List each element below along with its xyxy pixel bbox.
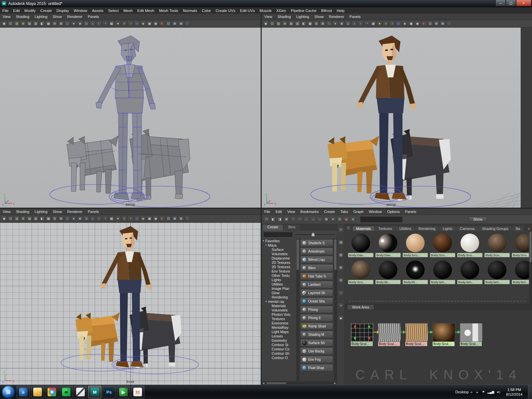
create-node-button[interactable]: Ocean Sha [300,298,333,305]
viewport-canvas-front[interactable]: y x z front [0,223,261,385]
scene-cube-b-icon[interactable]: ⊞ [172,21,178,27]
maya-icon[interactable]: M [88,386,101,398]
hypershade-menu-item[interactable]: Graph [351,210,366,214]
viewport-canvas-persp-wire[interactable]: y x z persp [0,28,261,208]
panel-menu-item[interactable]: Renderer [326,15,347,19]
menu-item[interactable]: Bifrost [319,9,334,13]
safe-action-icon[interactable]: ⊟ [52,21,58,27]
category-item[interactable]: Volumetric [262,252,296,256]
scroll-right-icon[interactable]: ► [333,382,337,384]
textured-display-icon[interactable]: ◙ [77,216,83,222]
scene-cube-c-icon[interactable]: ⊠ [178,21,184,27]
menu-item[interactable]: Normals [181,9,200,13]
category-item[interactable]: Light Maps [262,329,296,334]
menu-item[interactable]: Mesh Tools [157,9,181,13]
panel-menu-item[interactable]: Show [312,15,327,19]
layout-three-pane-icon[interactable]: ⊞ [284,217,289,222]
field-chart-icon[interactable]: ▦ [46,21,51,27]
menu-item[interactable]: Muscle [257,9,274,13]
category-item[interactable]: Image Plan [262,286,296,291]
category-item[interactable]: Materials [262,303,296,308]
show-desktop-button[interactable] [528,385,532,399]
create-node-button[interactable]: Bifrost Liqu [300,256,333,263]
panel-menu-item[interactable]: Panels [347,15,363,19]
category-item[interactable]: ▼ Favorites [262,239,296,243]
show-icons-view-icon[interactable]: ⊞ [338,265,343,271]
panel-menu-item[interactable]: Lighting [294,15,312,19]
scene-cube-a-icon[interactable]: ⊡ [166,216,171,222]
panel-menu-item[interactable]: Shading [275,15,294,19]
untextured-material-icon[interactable]: ○ [121,216,127,222]
network-icon[interactable]: ▂▄▆ [487,390,494,394]
two-sided-lighting-icon[interactable]: ◎ [396,21,401,27]
menu-item[interactable]: Edit Mesh [135,9,157,13]
input-output-connections-icon[interactable]: ↔ [310,217,316,222]
resolution-gate-icon[interactable]: ▥ [33,21,39,27]
create-node-button[interactable]: Blinn [300,264,333,272]
paint-effects-icon[interactable]: ► [159,21,165,27]
create-buttons-scrollbar[interactable] [334,239,337,381]
swatch-size-slider[interactable] [295,234,335,235]
shadows-display-icon[interactable]: ◒ [90,216,95,222]
panel-menu-item[interactable]: Shading [13,15,32,19]
pin-tab-icon[interactable]: ▪ [346,226,351,230]
menu-item[interactable]: Edit UVs [238,9,257,13]
category-item[interactable]: Contour Co [262,347,296,351]
output-connections-icon[interactable]: → [317,217,323,222]
photoshop-icon[interactable]: Ps [102,386,116,398]
show-button[interactable]: Show [469,217,487,222]
lighting-display-icon[interactable]: ◘ [345,21,351,27]
category-item[interactable]: Contour Sh [262,351,296,355]
menu-item[interactable]: Create [38,9,54,13]
shadows-display-icon[interactable]: ◒ [90,21,95,27]
category-item[interactable]: MentalRay [262,325,296,329]
share-view-icon[interactable]: ∴ [446,21,452,27]
spotify-icon[interactable]: ≋ [60,386,73,398]
panel-menu-item[interactable]: View [0,210,13,214]
material-swatch[interactable]: Body:Scu... [403,234,428,257]
expand-arrow-icon[interactable]: ▼ [262,240,265,242]
paint-effects-icon[interactable]: ► [159,216,165,222]
scene-cube-c-icon[interactable]: ⊠ [440,21,446,27]
material-tab[interactable]: Textures [375,226,396,231]
shader-node[interactable]: Body:Scul... [433,323,455,346]
material-swatch[interactable]: Body:Scu... [430,234,455,257]
create-node-button[interactable]: Surface Sh [300,339,333,346]
input-connections-icon[interactable]: ← [304,217,309,222]
motion-blur-icon[interactable]: ◔ [102,21,108,27]
category-scrollbar[interactable] [296,239,299,381]
category-item[interactable]: Lenses [262,334,296,338]
category-item[interactable]: Glow [262,291,296,295]
tab-work-area[interactable]: Work Area [347,305,374,309]
category-item[interactable]: Geometry [262,338,296,342]
wireframe-display-icon[interactable]: ◇ [65,216,70,222]
hypershade-menu-item[interactable]: Create [321,210,337,214]
motion-blur-icon[interactable]: ◔ [364,21,370,27]
category-item[interactable]: Utilities [262,282,296,286]
category-item[interactable]: Other Textu [262,273,296,278]
screen-ao-icon[interactable]: ◐ [96,216,102,222]
chrome-icon[interactable] [45,386,59,398]
material-tab[interactable]: Ba [512,226,523,231]
category-item[interactable]: Environme [262,321,296,325]
create-node-button[interactable]: Env Fog [300,356,333,363]
screen-ao-icon[interactable]: ◐ [358,21,363,27]
wireframe-display-icon[interactable]: ◇ [326,21,332,27]
panel-menu-item[interactable]: Panels [85,210,102,214]
category-item[interactable]: 2D Textures [262,260,296,265]
hidden-icons-chevron[interactable]: ▴ [475,390,479,394]
lock-camera-icon[interactable]: ⊡ [8,216,13,222]
menu-item[interactable]: File [0,9,11,13]
work-area[interactable]: Body:Scul... Body:Scul... Bo [345,309,532,385]
material-tab[interactable]: Cameras [457,226,478,231]
show-list-view-icon[interactable]: ⊟ [338,278,343,283]
isolate-select-icon[interactable]: ▣ [147,21,152,27]
scroll-left-icon[interactable]: ◄ [262,382,265,384]
material-tab[interactable]: Lights [439,226,456,231]
xray-display-icon[interactable]: ◈ [140,21,146,27]
material-swatch[interactable]: Body:bli... [375,261,401,284]
material-swatch[interactable]: Body:Scu... [457,234,482,257]
menu-item[interactable]: XGen [274,9,288,13]
calendar-app-icon[interactable]: 31 [131,386,144,398]
panel-menu-item[interactable]: View [0,15,13,19]
